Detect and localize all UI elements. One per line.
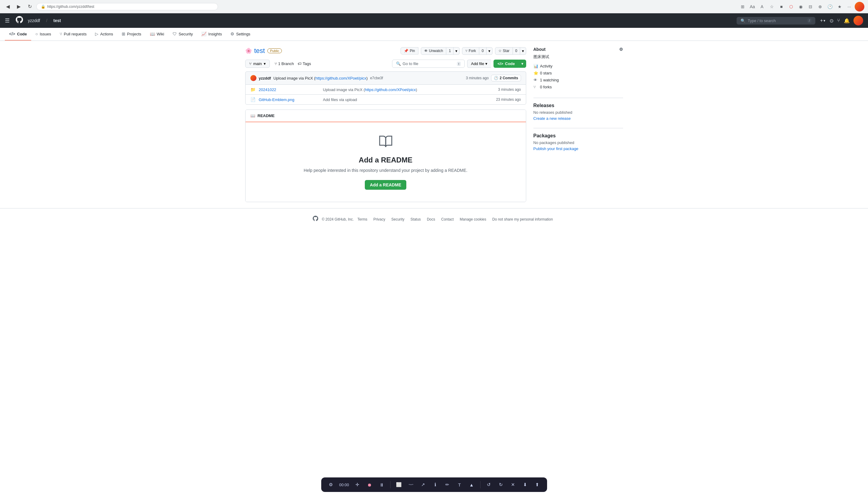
footer-docs[interactable]: Docs xyxy=(424,217,437,222)
profile-icon[interactable]: ★ xyxy=(835,2,844,11)
issues-nav-icon: ○ xyxy=(35,31,38,36)
issues-icon[interactable]: ⊙ xyxy=(830,18,833,24)
fork-button[interactable]: ⑂ Fork xyxy=(462,47,479,55)
user-avatar[interactable] xyxy=(854,16,863,25)
footer-contact[interactable]: Contact xyxy=(439,217,456,222)
search-shortcut: / xyxy=(807,18,812,23)
activity-stat[interactable]: 📊 Activity xyxy=(534,63,623,69)
repo-actions: 📌 Pin 👁 Unwatch 1 ▾ ⑂ xyxy=(400,47,526,55)
footer-terms[interactable]: Terms xyxy=(355,217,370,222)
nav-settings[interactable]: ⚙ Settings xyxy=(226,28,255,41)
back-button[interactable]: ◀ xyxy=(4,2,12,11)
tags-link[interactable]: 🏷 Tags xyxy=(298,62,311,66)
translate-button[interactable]: A xyxy=(758,2,766,11)
visibility-badge: Public xyxy=(267,49,282,53)
commit-hash[interactable]: e7cbe3f xyxy=(370,76,383,80)
hamburger-menu[interactable]: ☰ xyxy=(5,17,10,24)
stars-stat[interactable]: ⭐ 0 stars xyxy=(534,69,623,77)
unwatch-button[interactable]: 👁 Unwatch xyxy=(421,47,447,55)
more-button[interactable]: ··· xyxy=(845,2,854,11)
publish-package-link[interactable]: Publish your first package xyxy=(534,146,578,151)
history-button[interactable]: 🕐 xyxy=(826,2,834,11)
nav-insights[interactable]: 📈 Insights xyxy=(197,28,226,41)
header-username[interactable]: yzzddf xyxy=(28,18,40,23)
nav-wiki[interactable]: 📖 Wiki xyxy=(145,28,169,41)
tab-search-button[interactable]: ⊞ xyxy=(738,2,747,11)
footer-cookies[interactable]: Manage cookies xyxy=(458,217,489,222)
star-button[interactable]: ☆ Star xyxy=(495,47,513,55)
file-name-link[interactable]: 20241022 xyxy=(259,88,319,92)
bookmark-button[interactable]: ☆ xyxy=(767,2,776,11)
branch-chevron: ▾ xyxy=(264,62,266,66)
committer-name[interactable]: yzzddf xyxy=(259,76,271,80)
fork-dropdown[interactable]: ▾ xyxy=(486,47,493,55)
footer-security[interactable]: Security xyxy=(389,217,407,222)
header-slash: / xyxy=(46,18,47,23)
plus-icon[interactable]: + ▼ xyxy=(820,18,826,23)
releases-section: Releases No releases published Create a … xyxy=(534,103,623,121)
nav-pull-requests[interactable]: ⑂ Pull requests xyxy=(55,28,91,41)
footer-status[interactable]: Status xyxy=(408,217,423,222)
commit-count: 2 Commits xyxy=(500,76,518,80)
refresh-button[interactable]: ↻ xyxy=(25,2,34,11)
extension-icon-1[interactable]: ■ xyxy=(777,2,786,11)
sidebar-toggle[interactable]: ⊟ xyxy=(806,2,815,11)
pull-requests-icon[interactable]: ⑂ xyxy=(837,18,840,23)
unwatch-dropdown[interactable]: ▾ xyxy=(454,47,460,55)
favorites-button[interactable]: ⊕ xyxy=(816,2,825,11)
code-button[interactable]: </> Code xyxy=(494,60,518,68)
repo-title-bar: 🌸 test Public 📌 Pin 👁 xyxy=(245,47,526,55)
github-logo[interactable] xyxy=(16,16,23,25)
nav-actions[interactable]: ▷ Actions xyxy=(91,28,117,41)
add-file-group: Add file ▾ xyxy=(467,60,491,68)
file-commit-link[interactable]: https://github.com/XPoet/picx xyxy=(365,88,416,92)
reader-mode-button[interactable]: Aa xyxy=(748,2,756,11)
footer-copyright: © 2024 GitHub, Inc. xyxy=(322,217,354,222)
header-reponame[interactable]: test xyxy=(53,18,61,23)
forks-stat[interactable]: ⑂ 0 forks xyxy=(534,83,623,90)
code-dropdown[interactable]: ▾ xyxy=(519,60,526,68)
code-label: Code xyxy=(505,62,515,66)
footer-privacy-share[interactable]: Do not share my personal information xyxy=(490,217,555,222)
commit-count-link[interactable]: 🕐 2 Commits xyxy=(491,75,521,81)
add-readme-button[interactable]: Add a README xyxy=(365,180,406,190)
nav-projects[interactable]: ⊞ Projects xyxy=(117,28,145,41)
watching-stat[interactable]: 👁 1 watching xyxy=(534,77,623,83)
extension-icon-2[interactable]: ⬡ xyxy=(787,2,795,11)
branches-count: 1 Branch xyxy=(278,62,294,66)
footer-privacy[interactable]: Privacy xyxy=(371,217,387,222)
file-time: 23 minutes ago xyxy=(496,97,521,102)
create-release-link[interactable]: Create a new release xyxy=(534,116,571,121)
go-to-file-button[interactable]: 🔍 Go to file t xyxy=(392,60,465,68)
code-group: </> Code ▾ xyxy=(494,60,526,68)
file-name-link[interactable]: GitHub-Emblem.png xyxy=(259,97,319,102)
notifications-icon[interactable]: 🔔 xyxy=(844,18,850,24)
browser-profile-avatar[interactable] xyxy=(855,2,864,12)
repo-name-link[interactable]: test xyxy=(254,47,265,54)
repo-sidebar: About ⚙ 图床测试 📊 Activity ⭐ 0 stars 👁 1 wa… xyxy=(534,47,623,202)
extension-icon-3[interactable]: ◉ xyxy=(796,2,805,11)
pin-button[interactable]: 📌 Pin xyxy=(400,47,418,54)
forward-button[interactable]: ▶ xyxy=(14,2,23,11)
folder-icon: 📁 xyxy=(251,87,255,92)
history-icon: 🕐 xyxy=(494,76,498,80)
add-file-label: Add file xyxy=(471,62,484,66)
nav-security[interactable]: 🛡 Security xyxy=(168,28,197,41)
unwatch-count: 1 xyxy=(446,47,454,55)
committer-avatar xyxy=(251,75,256,81)
readme-section: 📖 README Add a README Help people intere… xyxy=(245,109,526,202)
code-icon: </> xyxy=(9,31,15,36)
address-bar[interactable]: 🔒 https://github.com/yzzddf/test xyxy=(36,3,218,10)
commit-link[interactable]: https://github.com/XPoet/picx xyxy=(316,76,366,80)
file-icon: 📄 xyxy=(251,97,255,102)
star-dropdown[interactable]: ▾ xyxy=(520,47,526,55)
nav-code[interactable]: </> Code xyxy=(5,28,31,41)
about-settings-icon[interactable]: ⚙ xyxy=(619,47,623,52)
github-search[interactable]: 🔍 Type / to search / xyxy=(737,17,815,25)
nav-issues[interactable]: ○ Issues xyxy=(31,28,55,41)
branch-selector[interactable]: ⑂ main ▾ xyxy=(245,60,270,68)
branches-link[interactable]: ⑂ 1 Branch xyxy=(275,62,294,66)
branches-icon: ⑂ xyxy=(275,62,277,66)
add-file-button[interactable]: Add file ▾ xyxy=(467,60,491,68)
readme-title: Add a README xyxy=(252,156,520,164)
